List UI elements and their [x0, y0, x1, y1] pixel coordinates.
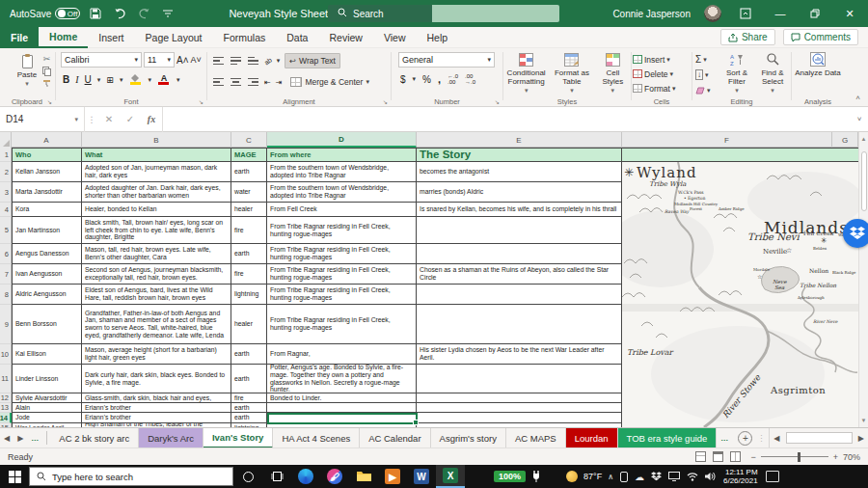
ribbon-tab-formulas[interactable]: Formulas [213, 27, 277, 48]
format-as-table-button[interactable]: Format as Table▾ [552, 48, 591, 95]
cell-E4[interactable]: Is snared by Kellan, becomes his wife, a… [417, 203, 622, 217]
page-break-view-icon[interactable] [730, 451, 741, 462]
cell-C7[interactable]: fire [231, 264, 267, 285]
font-name-select[interactable]: Calibri▾ [61, 52, 142, 68]
page-layout-view-icon[interactable] [713, 451, 723, 462]
user-name[interactable]: Connie Jasperson [612, 9, 691, 19]
cell-A9[interactable]: Benn Borsson [12, 305, 82, 344]
formula-input[interactable] [162, 107, 851, 132]
increase-font-icon[interactable]: A˄ [176, 52, 189, 68]
cell-E12[interactable] [417, 393, 622, 403]
cell-D4[interactable]: From Fell Creek [267, 203, 417, 217]
zoom-slider-thumb[interactable] [798, 452, 800, 462]
sheet-tab-daryk-s-arc[interactable]: Daryk's Arc [139, 428, 203, 448]
wrap-text-button[interactable]: ↩Wrap Text [285, 53, 340, 68]
delete-cells-button[interactable]: Delete▾ [633, 68, 691, 80]
column-header-E[interactable]: E [417, 132, 622, 148]
cell-B1[interactable]: What [82, 148, 231, 162]
font-size-select[interactable]: 11▾ [144, 52, 175, 68]
vertical-scrollbar[interactable]: ▲ ▼ [858, 132, 868, 427]
italic-button[interactable]: I [75, 74, 78, 85]
cell-B3[interactable]: Adopted daughter of Jan. Dark hair, dark… [82, 182, 231, 203]
ribbon-tab-review[interactable]: Review [318, 27, 372, 48]
cell-E1[interactable]: The Story [417, 148, 622, 162]
cell-E11[interactable] [417, 365, 622, 393]
normal-view-icon[interactable] [695, 451, 706, 462]
row-header-8[interactable]: 8 [0, 285, 12, 305]
cell-C6[interactable]: earth [231, 244, 267, 264]
decrease-decimal-icon[interactable]: .00→.0 [465, 73, 475, 85]
cell-C13[interactable]: earth [231, 403, 267, 413]
cell-E13[interactable] [417, 403, 622, 413]
zoom-slider[interactable] [761, 456, 828, 458]
sort-filter-button[interactable]: AZ Sort & Filter▾ [719, 48, 755, 95]
row-header-9[interactable]: 9 [0, 305, 12, 344]
undo-icon[interactable] [111, 5, 128, 22]
excel-icon[interactable]: X [436, 465, 465, 488]
cell-A3[interactable]: Marta Jansdottir [12, 182, 82, 203]
comma-style-icon[interactable]: , [438, 73, 441, 85]
new-sheet-button[interactable]: + [738, 431, 752, 446]
borders-icon[interactable]: ⊞ [106, 75, 114, 85]
insert-cells-button[interactable]: Insert▾ [633, 53, 691, 66]
ribbon-tab-home[interactable]: Home [39, 27, 88, 48]
cell-B5[interactable]: Black smith, Tall, brown hair/ eyes, lon… [82, 217, 231, 244]
ribbon-tab-help[interactable]: Help [416, 27, 458, 48]
cell-C5[interactable]: fire [231, 217, 267, 244]
autosave-toggle[interactable]: Off [55, 8, 80, 19]
cell-D6[interactable]: From Tribe Ragnar residing in Fell Creek… [267, 244, 417, 264]
clipboard-dialog-launcher[interactable]: ↘ [47, 98, 52, 105]
row-header-10[interactable]: 10 [0, 344, 12, 365]
zoom-out-icon[interactable]: − [750, 452, 755, 462]
paint3d-icon[interactable]: 🖌 [320, 465, 349, 488]
media-player-icon[interactable]: ▶ [378, 465, 407, 488]
column-header-D[interactable]: D [267, 132, 417, 148]
alignment-dialog-launcher[interactable]: ↘ [383, 98, 388, 105]
align-right-icon[interactable] [247, 77, 259, 88]
scroll-down-icon[interactable]: ▼ [861, 414, 867, 427]
weather-icon[interactable] [566, 471, 578, 482]
cell-D1[interactable]: From where [267, 148, 417, 162]
bold-button[interactable]: B [63, 74, 69, 85]
cell-B10[interactable]: Mason, average height (short for a barba… [82, 344, 231, 365]
enter-icon[interactable]: ✓ [120, 114, 141, 124]
cell-D7[interactable]: From Tribe Ragnar residing in Fell Creek… [267, 264, 417, 285]
format-cells-button[interactable]: Format▾ [633, 82, 691, 95]
minimize-button[interactable]: — [770, 0, 791, 27]
align-middle-icon[interactable] [230, 56, 242, 67]
column-header-A[interactable]: A [12, 132, 82, 148]
display-icon[interactable] [668, 472, 680, 481]
name-box-splitter[interactable]: ⋮ [85, 115, 98, 124]
decrease-font-icon[interactable]: A˅ [191, 52, 202, 68]
cell-B7[interactable]: Second son of Aengus, journeyman blacksm… [82, 264, 231, 285]
number-format-select[interactable]: General▾ [398, 52, 495, 68]
cell-A7[interactable]: Ivan Aengusson [12, 264, 82, 285]
cell-C8[interactable]: lightning [231, 285, 267, 305]
horizontal-scrollbar[interactable]: ◀ ▶ [769, 428, 868, 448]
row-header-1[interactable]: 1 [0, 148, 12, 162]
column-header-C[interactable]: C [231, 132, 267, 148]
cut-icon[interactable]: ✂ [42, 54, 51, 64]
cell-C1[interactable]: MAGE [231, 148, 267, 162]
redo-icon[interactable] [135, 5, 152, 22]
collapse-ribbon-icon[interactable]: ˄ [855, 94, 860, 102]
volume-icon[interactable] [705, 472, 716, 481]
scroll-up-icon[interactable]: ▲ [861, 132, 867, 146]
copy-icon[interactable] [42, 67, 51, 76]
row-header-4[interactable]: 4 [0, 203, 12, 217]
cell-C14[interactable]: earth [231, 413, 267, 423]
cell-E9[interactable] [417, 305, 622, 344]
cell-B9[interactable]: Grandfather, Father-in-law-of both Aengu… [82, 305, 231, 344]
font-dialog-launcher[interactable]: ↘ [199, 98, 203, 105]
accounting-format-icon[interactable]: $ [400, 74, 406, 85]
task-view-icon[interactable] [262, 465, 291, 488]
cell-E2[interactable]: becomes the antagonist [417, 162, 622, 182]
fill-button[interactable]: ↓▾ [695, 68, 711, 81]
cell-A2[interactable]: Kellan Jansson [12, 162, 82, 182]
zoom-in-icon[interactable]: + [833, 452, 838, 462]
percent-style-icon[interactable]: % [422, 74, 431, 85]
cell-D2[interactable]: From the southern town of Wendsbridge, a… [267, 162, 417, 182]
select-all-corner[interactable] [0, 132, 12, 148]
name-box[interactable]: D14▾ [0, 107, 85, 132]
column-header-F[interactable]: F [622, 132, 832, 148]
